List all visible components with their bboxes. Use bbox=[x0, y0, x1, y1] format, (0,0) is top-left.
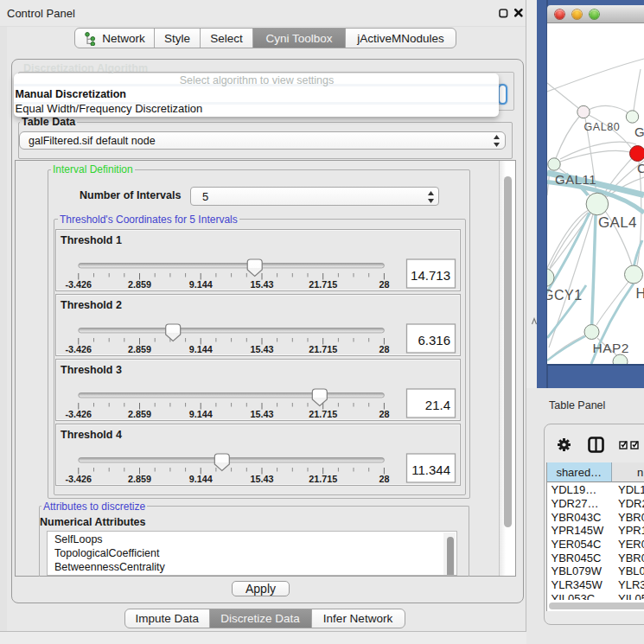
svg-text:28: 28 bbox=[379, 474, 389, 484]
svg-text:GCY1: GCY1 bbox=[547, 288, 583, 303]
svg-text:28: 28 bbox=[379, 344, 389, 354]
svg-text:HAP2: HAP2 bbox=[593, 341, 630, 355]
svg-text:Threshold 2: Threshold 2 bbox=[61, 299, 122, 311]
svg-text:2.859: 2.859 bbox=[127, 409, 150, 419]
svg-text:21.715: 21.715 bbox=[309, 474, 337, 484]
svg-text:21.715: 21.715 bbox=[309, 344, 337, 354]
svg-text:15.43: 15.43 bbox=[250, 344, 273, 354]
svg-text:-3.426: -3.426 bbox=[65, 474, 92, 484]
svg-text:GAL80: GAL80 bbox=[584, 121, 621, 133]
svg-text:9.144: 9.144 bbox=[188, 344, 212, 354]
svg-text:28: 28 bbox=[379, 409, 389, 419]
svg-text:9.144: 9.144 bbox=[188, 474, 212, 484]
svg-text:28: 28 bbox=[379, 279, 389, 290]
svg-text:-3.426: -3.426 bbox=[65, 344, 92, 354]
svg-text:9.144: 9.144 bbox=[188, 279, 212, 290]
svg-text:9.144: 9.144 bbox=[188, 409, 212, 419]
svg-text:C: C bbox=[637, 161, 644, 175]
svg-text:-3.426: -3.426 bbox=[65, 279, 92, 290]
svg-text:2.859: 2.859 bbox=[127, 279, 150, 290]
svg-text:21.4: 21.4 bbox=[424, 398, 450, 412]
svg-text:6.316: 6.316 bbox=[418, 333, 450, 348]
svg-text:Threshold 3: Threshold 3 bbox=[61, 364, 122, 376]
svg-text:21.715: 21.715 bbox=[309, 279, 337, 290]
svg-text:2.859: 2.859 bbox=[127, 344, 150, 354]
svg-text:H: H bbox=[636, 286, 644, 301]
svg-text:14.713: 14.713 bbox=[411, 268, 450, 283]
svg-text:-3.426: -3.426 bbox=[65, 409, 92, 419]
svg-text:GAL11: GAL11 bbox=[555, 172, 596, 187]
svg-text:15.43: 15.43 bbox=[250, 279, 273, 290]
svg-text:Threshold 1: Threshold 1 bbox=[61, 234, 122, 246]
svg-text:21.715: 21.715 bbox=[309, 409, 337, 419]
svg-text:2.859: 2.859 bbox=[127, 474, 150, 484]
svg-text:GAL4: GAL4 bbox=[598, 214, 637, 231]
svg-text:15.43: 15.43 bbox=[250, 409, 273, 419]
svg-text:15.43: 15.43 bbox=[250, 474, 273, 484]
svg-text:Threshold 4: Threshold 4 bbox=[61, 429, 122, 441]
svg-text:GA: GA bbox=[634, 124, 644, 139]
svg-text:11.344: 11.344 bbox=[411, 462, 450, 477]
